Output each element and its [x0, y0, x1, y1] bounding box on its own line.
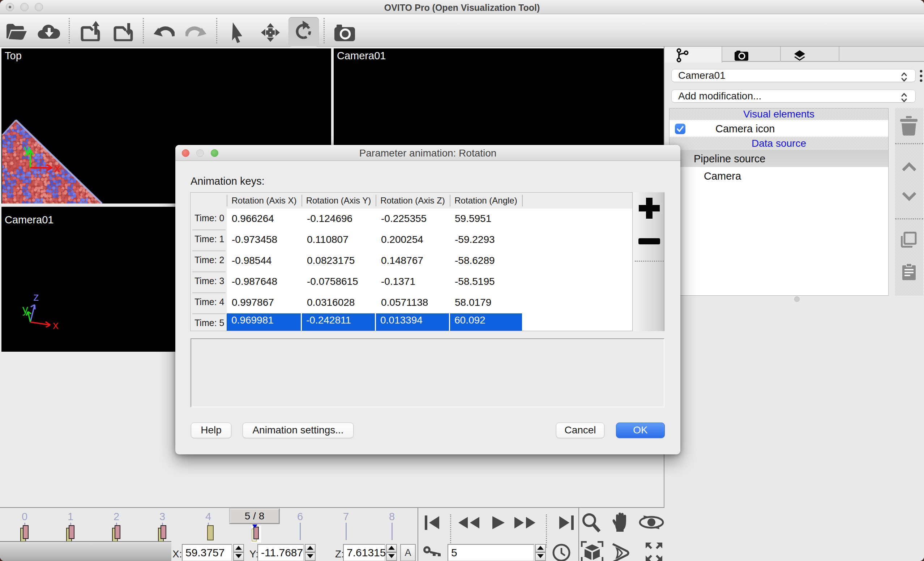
svg-text:z: z [33, 290, 39, 303]
svg-text:y: y [22, 303, 28, 316]
svg-text:x: x [53, 318, 58, 332]
svg-text:y: y [24, 142, 30, 156]
svg-text:x: x [54, 161, 60, 175]
